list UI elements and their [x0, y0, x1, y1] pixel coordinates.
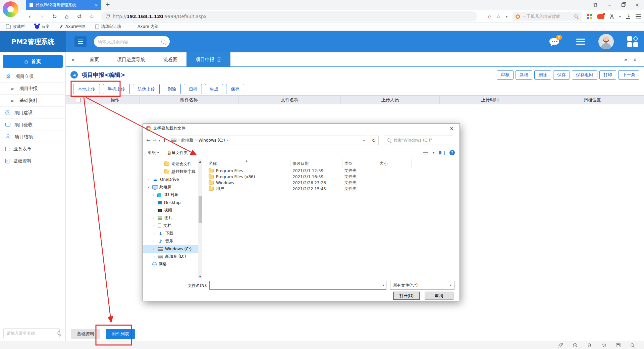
attachment-action-button[interactable]: 生成 [205, 84, 223, 94]
tabs-scroll-right-icon[interactable]: » [624, 56, 627, 63]
shield-icon[interactable] [106, 14, 110, 18]
file-column-header[interactable]: 类型 [343, 159, 378, 167]
sidebar-item[interactable]: 基础资料 [0, 95, 65, 107]
global-search-input[interactable] [98, 39, 161, 44]
tree-expander-icon[interactable] [152, 200, 156, 205]
tree-item[interactable]: 下载 [143, 230, 198, 237]
ie-mode-icon[interactable]: ℮ [488, 13, 491, 20]
tree-expander-icon[interactable] [152, 208, 156, 212]
menu-search-input[interactable] [7, 331, 57, 336]
preview-pane-icon[interactable] [439, 151, 445, 155]
attachment-action-button[interactable]: 本地上传 [73, 84, 100, 94]
tree-expander-icon[interactable] [147, 185, 150, 189]
breadcrumb-bar[interactable]: › 此电脑 › Windows (C:) › ▾ [169, 136, 367, 145]
bookmark-item[interactable]: Axure中继 [59, 24, 85, 30]
search-icon[interactable] [574, 14, 579, 19]
organize-button[interactable]: 组织▾ [148, 150, 159, 156]
undo-icon[interactable]: ↺ [73, 13, 86, 20]
file-column-header[interactable]: 修改日期 [291, 159, 343, 167]
apps-grid-icon[interactable] [587, 14, 592, 19]
attachment-action-button[interactable]: 防伪上传 [133, 84, 160, 94]
tree-item[interactable]: 音乐 [143, 237, 198, 245]
new-tab-button[interactable]: + [105, 1, 110, 8]
global-search[interactable] [94, 36, 170, 47]
sidebar-item[interactable]: 业务表单 [0, 143, 65, 155]
browser-tab[interactable]: 邦永PM2项目管理系统 × [26, 0, 101, 10]
theme-shirt-icon[interactable] [593, 2, 598, 8]
chevron-down-icon[interactable]: ▾ [450, 284, 451, 287]
filetype-select[interactable]: 所有文件(*.*) ▾ [390, 281, 454, 290]
sidebar-item[interactable]: 项目立项 [0, 70, 65, 83]
bookmark-item[interactable]: 收藏栏 [6, 24, 25, 30]
bookmark-item[interactable]: 百度 [35, 24, 49, 30]
sidebar-item-home[interactable]: ⌂ 首页 [3, 55, 63, 68]
record-action-button[interactable]: 审核 [497, 70, 514, 80]
scrollbar-thumb[interactable] [199, 196, 202, 223]
browser-menu-icon[interactable] [636, 14, 641, 18]
open-button[interactable]: 打开(O) [393, 292, 420, 300]
file-column-header[interactable]: 名称 [207, 159, 291, 167]
select-all-checkbox[interactable] [76, 98, 80, 102]
sidebar-item[interactable]: 基础资料 [0, 155, 65, 167]
attachment-action-button[interactable]: 保存 [226, 84, 244, 94]
tree-item[interactable]: OneDrive [143, 176, 198, 183]
nav-back-icon[interactable]: ← [146, 137, 151, 143]
attachment-action-button[interactable]: 归档 [184, 84, 202, 94]
record-action-button[interactable]: 新增 [516, 70, 532, 80]
quick-search-box[interactable]: 三千孤儿入内蒙背后 [513, 12, 582, 21]
page-tab[interactable]: 流程图 [154, 52, 186, 66]
favorites-icon[interactable]: ☆ [496, 13, 500, 19]
tree-item[interactable]: 新加卷 (D:) [143, 253, 198, 260]
page-tab[interactable]: 首页 [80, 52, 108, 66]
tree-item[interactable]: 文档 [143, 222, 198, 230]
cancel-button[interactable]: 取消 [425, 292, 453, 300]
file-row[interactable]: Program Files (x86) 2021/3/1 16:59 文件夹 [207, 174, 457, 180]
tree-expander-icon[interactable] [152, 239, 156, 243]
search-icon[interactable] [161, 40, 166, 44]
record-action-button[interactable]: 打印 [599, 70, 616, 80]
tree-item[interactable]: Desktop [143, 199, 198, 206]
view-mode-icon[interactable] [423, 151, 428, 155]
file-column-header[interactable]: 大小 [378, 159, 412, 167]
tree-scrollbar[interactable]: ▲ ▼ [198, 159, 202, 279]
tree-item[interactable]: 视频 [143, 206, 198, 214]
sidebar-item[interactable]: 项目建设 [0, 107, 65, 119]
bottom-tab-button[interactable]: 附件列表 [106, 329, 135, 339]
dialog-search-input[interactable] [394, 138, 450, 143]
chevron-down-icon[interactable]: ▾ [382, 284, 384, 287]
tree-expander-icon[interactable] [152, 254, 156, 259]
sidebar-item[interactable]: 项目结项 [0, 131, 65, 143]
nav-up-icon[interactable]: ↑ [162, 137, 167, 143]
filename-input[interactable] [212, 283, 382, 288]
breadcrumb-item[interactable]: Windows (C:) [198, 138, 225, 143]
dialog-search-box[interactable] [384, 136, 453, 145]
tree-expander-icon[interactable] [152, 223, 156, 228]
chevron-down-icon[interactable]: ▾ [619, 15, 621, 18]
file-row[interactable]: 用户 2021/2/22 15:45 文件夹 [207, 186, 457, 192]
scroll-down-icon[interactable]: ▼ [198, 275, 202, 279]
record-action-button[interactable]: 下一条 [618, 70, 639, 80]
search-icon[interactable] [57, 331, 61, 336]
file-row[interactable]: Program Files 2021/3/1 12:59 文件夹 [207, 168, 457, 173]
page-tab[interactable]: 项目进度导航 [108, 52, 154, 66]
tab-close-icon[interactable]: × [217, 57, 221, 62]
collapse-tabs-icon[interactable]: » [632, 58, 638, 61]
restore-button[interactable] [622, 3, 625, 7]
volume-icon[interactable] [601, 343, 606, 348]
game-center-icon[interactable] [597, 14, 604, 19]
browser-logo-icon[interactable] [3, 1, 18, 17]
chevron-down-icon[interactable]: ▾ [506, 15, 507, 18]
url-bar[interactable]: http://192.168.1.120:9999/Default.aspx [101, 11, 477, 21]
bottom-tab-button[interactable]: 基础资料 [71, 329, 100, 339]
sidebar-toggle-button[interactable] [74, 36, 87, 47]
tree-item[interactable]: 此电脑 [143, 183, 198, 191]
page-search-icon[interactable] [630, 343, 635, 348]
bookmark-item[interactable]: 清华审计演 [95, 24, 121, 30]
tree-item[interactable]: 总包数据字典 [143, 168, 198, 176]
new-folder-button[interactable]: 新建文件夹 [168, 150, 188, 156]
tree-item[interactable]: 3D 对象 [143, 191, 198, 199]
forward-icon[interactable]: › [36, 13, 48, 20]
download-icon[interactable] [626, 14, 631, 19]
bookmark-star-icon[interactable]: ☆ [86, 13, 98, 20]
layout-icon[interactable] [615, 343, 621, 348]
